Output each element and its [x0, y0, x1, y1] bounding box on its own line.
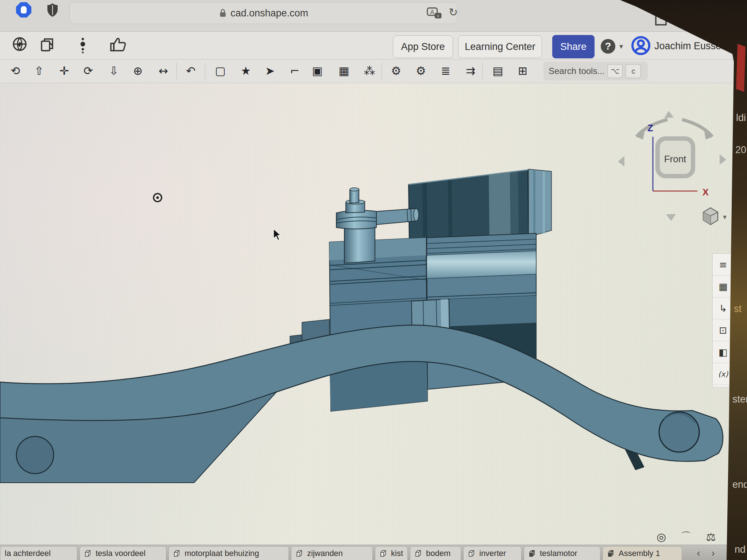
- named-positions-tool-icon[interactable]: ⊞: [515, 62, 531, 79]
- assembly-icon: [529, 549, 537, 557]
- rotate-down-arrow-icon[interactable]: [666, 214, 676, 221]
- versions-icon[interactable]: [79, 36, 87, 54]
- tab-inverter[interactable]: inverter: [463, 546, 522, 560]
- move-tool-icon[interactable]: ✛: [56, 62, 72, 79]
- part-studio-icon: [380, 549, 388, 557]
- select-part-tool-icon[interactable]: ➤: [262, 62, 278, 79]
- copy-workspace-icon[interactable]: [39, 37, 55, 53]
- x-axis-label: X: [703, 187, 709, 197]
- view-cube-icon[interactable]: [703, 208, 718, 225]
- view-label: Front: [664, 153, 686, 164]
- rotate-view-left-icon[interactable]: [618, 156, 624, 167]
- document-header: 0 0 0 App Store Learning Center Share ? …: [0, 32, 747, 59]
- share-button[interactable]: Share: [552, 35, 595, 58]
- part-studio-icon: [296, 549, 304, 557]
- section-view-icon[interactable]: ⊡: [713, 319, 734, 341]
- help-caret-icon[interactable]: ▾: [619, 42, 623, 51]
- tab-bodem[interactable]: bodem: [410, 546, 461, 560]
- mate-width-tool-icon[interactable]: ↔: [155, 62, 171, 79]
- exploded-view-tool-icon[interactable]: ⇉: [462, 62, 479, 79]
- browser-bar: cad.onshape.com A x ↻ +: [0, 0, 747, 32]
- group-tool-icon[interactable]: ▣: [309, 62, 325, 79]
- variables-icon[interactable]: (x): [713, 363, 734, 385]
- tabs-next-icon[interactable]: ›: [707, 547, 719, 560]
- key-option: ⌥: [607, 64, 623, 78]
- view-navigation-widget[interactable]: Front Z X ▾: [605, 95, 737, 233]
- globe-icon[interactable]: [12, 36, 27, 53]
- part-studio-icon: [173, 549, 181, 557]
- tab-label: inverter: [479, 549, 506, 558]
- view-menu-caret-icon[interactable]: ▾: [723, 213, 727, 221]
- user-name[interactable]: Joachim Eussen: [654, 40, 727, 52]
- favorite-part-tool-icon[interactable]: ★: [238, 62, 254, 79]
- learning-center-button[interactable]: Learning Center: [458, 35, 542, 58]
- 3d-viewport[interactable]: Front Z X ▾: [0, 83, 747, 545]
- free-rotate-tool-icon[interactable]: ⟲: [7, 62, 23, 79]
- tab-zijwanden[interactable]: zijwanden: [291, 546, 373, 560]
- translate-icon[interactable]: A x: [427, 7, 442, 20]
- viewport-side-panel: ≡ ▦ ↳ ⊡ ◧ (x): [712, 253, 734, 388]
- tab-label: bodem: [426, 549, 450, 558]
- origin-marker[interactable]: [154, 194, 162, 202]
- new-tab-icon[interactable]: +: [678, 7, 687, 24]
- tab-label: teslamotor: [540, 549, 577, 558]
- browser-share-icon[interactable]: [653, 8, 669, 26]
- tab-motorplaat-behuizing[interactable]: motorplaat behuizing: [169, 546, 289, 560]
- tab-label: Assembly 1: [619, 549, 660, 558]
- document-tab-bar: la achterdeel tesla voordeel motorplaat …: [0, 545, 747, 560]
- tab-label: kist: [391, 549, 403, 558]
- gear-relation-tool-icon[interactable]: ⚙: [388, 62, 404, 79]
- tabs-overview-icon[interactable]: [703, 8, 720, 25]
- mate-tool-icon[interactable]: ⌐: [287, 62, 303, 79]
- tab-teslamotor[interactable]: teslamotor: [524, 546, 600, 560]
- appearance-lock-icon[interactable]: ◧: [713, 341, 734, 363]
- address-bar[interactable]: cad.onshape.com: [69, 2, 458, 24]
- adblocker-icon[interactable]: [16, 2, 31, 18]
- gear-ground-tool-icon[interactable]: ⚙: [413, 62, 429, 79]
- feature-list-icon[interactable]: ≡: [713, 254, 734, 276]
- assembly-icon: [607, 549, 615, 557]
- tape-measure-icon[interactable]: ◎: [652, 529, 670, 544]
- mass-properties-icon[interactable]: ⚖: [702, 529, 720, 544]
- url-text: cad.onshape.com: [231, 8, 308, 19]
- svg-text:A: A: [430, 9, 435, 16]
- revert-tool-icon[interactable]: ↶: [183, 62, 199, 79]
- insert-tool-icon[interactable]: ⇧: [31, 62, 47, 79]
- tab-tesla-voordeel[interactable]: tesla voordeel: [80, 546, 166, 560]
- key-c: c: [626, 64, 641, 78]
- rack-pinion-tool-icon[interactable]: ≣: [438, 62, 454, 79]
- pattern-tool-icon[interactable]: ▦: [336, 62, 352, 79]
- tab-assembly-1[interactable]: Assembly 1: [603, 546, 682, 560]
- z-axis-label: Z: [647, 123, 653, 133]
- tab-la-achterdeel[interactable]: la achterdeel: [0, 546, 77, 560]
- user-caret-icon[interactable]: ▾: [728, 43, 732, 51]
- tab-label: zijwanden: [307, 549, 343, 558]
- rotate-tool-icon[interactable]: ⟳: [80, 62, 96, 79]
- part-studio-icon: [468, 549, 476, 557]
- help-icon[interactable]: ?: [601, 39, 615, 54]
- derived-reference-icon[interactable]: ↳: [713, 298, 734, 319]
- reload-icon[interactable]: ↻: [446, 7, 460, 18]
- app-store-button[interactable]: App Store: [393, 35, 453, 58]
- tab-kist[interactable]: kist: [375, 546, 408, 560]
- toolbar-separator: [382, 62, 382, 79]
- tab-label: motorplaat behuizing: [185, 549, 259, 558]
- avatar[interactable]: [631, 36, 650, 55]
- box-select-tool-icon[interactable]: ▢: [212, 62, 228, 79]
- assembly-toolbar: ⟲ ⇧ ✛ ⟳ ⇩ ⊕ ↔ ↶ ▢ ★ ➤ ⌐ ▣ ▦ ⁂ ⚙ ⚙ ≣ ⇉ ▤ …: [0, 59, 747, 83]
- replicate-tool-icon[interactable]: ⁂: [361, 62, 378, 79]
- shield-icon[interactable]: [45, 2, 60, 18]
- part-studio-icon: [84, 549, 92, 557]
- bom-tool-icon[interactable]: ▤: [490, 62, 506, 79]
- translate-tool-icon[interactable]: ⊕: [130, 62, 146, 79]
- toolbar-separator: [482, 62, 483, 79]
- tab-label: la achterdeel: [5, 549, 51, 558]
- search-tools-input[interactable]: Search tools... ⌥ c: [543, 62, 648, 81]
- protractor-icon[interactable]: ⌒: [677, 529, 695, 544]
- rotate-view-right-icon[interactable]: [720, 154, 726, 165]
- bom-table-icon[interactable]: ▦: [713, 276, 734, 298]
- like-icon[interactable]: [109, 36, 127, 53]
- tabs-prev-icon[interactable]: ‹: [692, 547, 705, 560]
- rotate-up-arrow-icon[interactable]: [664, 111, 674, 118]
- snap-tool-icon[interactable]: ⇩: [106, 62, 122, 79]
